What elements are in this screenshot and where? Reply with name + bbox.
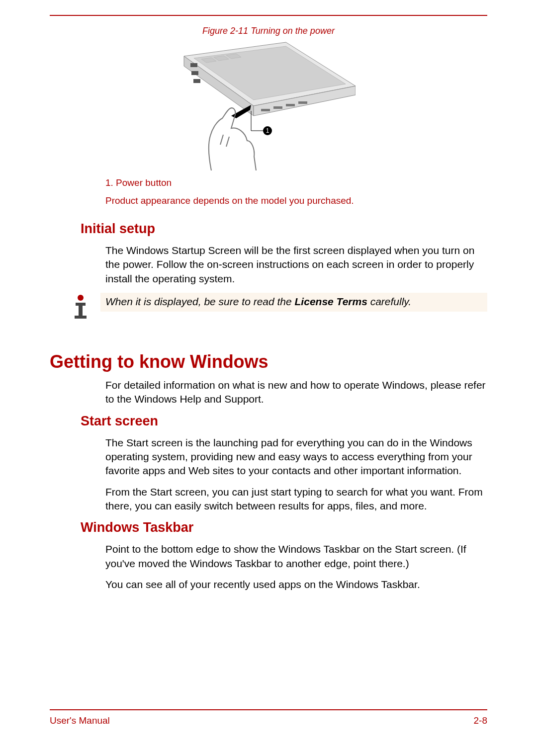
note-bold: License Terms bbox=[295, 296, 367, 307]
svg-rect-23 bbox=[79, 303, 83, 317]
figure-disclaimer: Product appearance depends on the model … bbox=[105, 195, 487, 206]
figure-legend: 1. Power button bbox=[105, 177, 487, 188]
footer-left: User's Manual bbox=[50, 715, 110, 726]
page-content: Figure 2-11 Turning on the power bbox=[0, 0, 537, 591]
top-rule bbox=[50, 15, 487, 16]
info-icon bbox=[70, 294, 91, 322]
svg-rect-24 bbox=[75, 316, 87, 319]
svg-rect-11 bbox=[273, 106, 282, 109]
svg-rect-8 bbox=[191, 71, 198, 75]
note-post: carefully. bbox=[367, 296, 411, 307]
start-screen-p1: The Start screen is the launching pad fo… bbox=[105, 436, 487, 478]
svg-rect-13 bbox=[298, 101, 307, 104]
start-screen-p2: From the Start screen, you can just star… bbox=[105, 485, 487, 513]
svg-line-19 bbox=[220, 135, 223, 145]
svg-rect-10 bbox=[261, 109, 270, 111]
footer-row: User's Manual 2-8 bbox=[50, 715, 487, 726]
svg-point-21 bbox=[78, 295, 84, 301]
svg-rect-12 bbox=[286, 104, 295, 106]
heading-start-screen: Start screen bbox=[81, 414, 487, 429]
footer-right: 2-8 bbox=[474, 715, 487, 726]
heading-initial-setup: Initial setup bbox=[81, 221, 487, 237]
windows-taskbar-p1: Point to the bottom edge to show the Win… bbox=[105, 542, 487, 571]
page-footer: User's Manual 2-8 bbox=[50, 709, 487, 726]
initial-setup-paragraph: The Windows Startup Screen will be the f… bbox=[105, 244, 487, 286]
heading-windows-taskbar: Windows Taskbar bbox=[81, 520, 487, 535]
note-block: When it is displayed, be sure to read th… bbox=[70, 293, 487, 322]
svg-rect-9 bbox=[193, 79, 200, 83]
figure-caption: Figure 2-11 Turning on the power bbox=[50, 26, 487, 36]
footer-rule bbox=[50, 709, 487, 710]
svg-line-20 bbox=[226, 137, 229, 147]
laptop-power-illustration: 1 bbox=[181, 41, 356, 170]
getting-to-know-paragraph: For detailed information on what is new … bbox=[105, 378, 487, 407]
windows-taskbar-p2: You can see all of your recently used ap… bbox=[105, 578, 487, 591]
svg-text:1: 1 bbox=[266, 127, 269, 134]
figure-illustration: 1 bbox=[50, 41, 487, 170]
note-pre: When it is displayed, be sure to read th… bbox=[105, 296, 295, 307]
note-text: When it is displayed, be sure to read th… bbox=[100, 293, 487, 312]
svg-rect-7 bbox=[190, 63, 197, 67]
heading-getting-to-know: Getting to know Windows bbox=[50, 351, 487, 372]
